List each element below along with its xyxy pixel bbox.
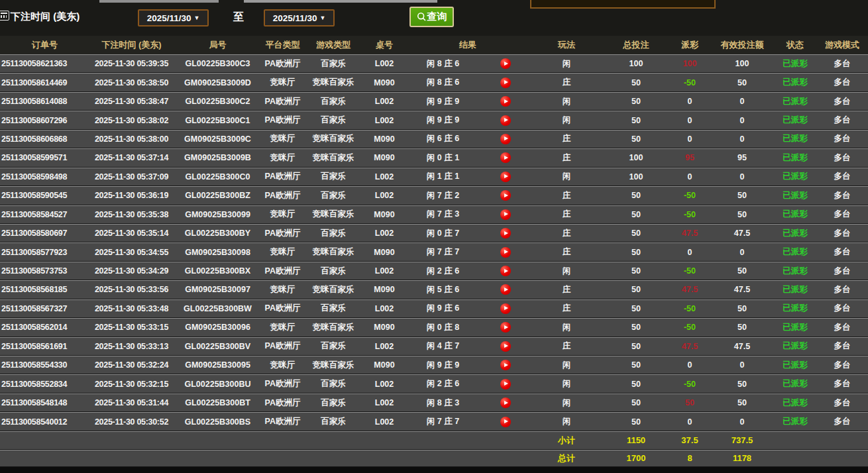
col-table: 桌号 xyxy=(363,39,406,51)
cell-play-method: 庄 xyxy=(530,152,603,164)
cell-game-mode: 多台 xyxy=(816,266,868,277)
bottom-strip xyxy=(0,467,868,473)
cell-platform: 竞咪厅 xyxy=(262,284,303,295)
cell-result: 闲 9 庄 9 xyxy=(406,96,480,107)
replay-video-button[interactable] xyxy=(500,266,511,276)
cell-play-method: 闲 xyxy=(530,416,603,427)
table-row: 251130058584527 2025-11-30 05:35:38 GM09… xyxy=(0,205,868,224)
cell-valid-bet: 0 xyxy=(710,116,774,125)
replay-video-button[interactable] xyxy=(500,134,511,144)
replay-video-button[interactable] xyxy=(500,247,511,258)
cell-result: 闲 7 庄 7 xyxy=(406,246,480,258)
cell-bet-time: 2025-11-30 05:34:55 xyxy=(89,248,174,257)
cell-total-bet: 50 xyxy=(603,380,669,389)
cell-order-number: 251130058599571 xyxy=(0,153,89,162)
cell-payout: 0 xyxy=(669,134,710,144)
cell-order-number: 251130058562014 xyxy=(0,323,89,332)
cell-play-method: 闲 xyxy=(530,96,603,107)
replay-video-button[interactable] xyxy=(500,397,511,408)
cell-game-mode: 多台 xyxy=(816,246,868,258)
cell-bet-time: 2025-11-30 05:38:02 xyxy=(89,116,174,125)
replay-video-button[interactable] xyxy=(500,209,511,220)
replay-video-button[interactable] xyxy=(500,190,511,201)
replay-video-button[interactable] xyxy=(500,96,511,107)
cell-platform: 竞咪厅 xyxy=(262,209,303,220)
date-to-select[interactable]: 2025/11/30 ▼ xyxy=(264,9,335,26)
replay-video-button[interactable] xyxy=(500,379,511,390)
cell-platform: 竞咪厅 xyxy=(262,322,303,333)
cell-total-bet: 50 xyxy=(603,78,669,87)
cell-order-number: 251130058606868 xyxy=(0,134,89,144)
col-total-bet: 总投注 xyxy=(603,39,669,51)
replay-video-button[interactable] xyxy=(500,284,511,295)
cell-play-method: 庄 xyxy=(530,77,603,88)
col-time: 下注时间 (美东) xyxy=(89,39,174,51)
replay-video-button[interactable] xyxy=(500,322,511,333)
replay-video-button[interactable] xyxy=(500,417,511,427)
cell-round-number: GM09025B30096 xyxy=(174,323,262,332)
cell-play-method: 闲 xyxy=(530,58,603,70)
col-round: 局号 xyxy=(174,39,262,51)
cell-total-bet: 50 xyxy=(603,304,669,313)
cell-play-method: 庄 xyxy=(530,246,603,258)
cell-total-bet: 50 xyxy=(603,97,669,106)
replay-video-button[interactable] xyxy=(500,172,511,182)
replay-video-button[interactable] xyxy=(500,58,511,69)
cell-status: 已派彩 xyxy=(774,303,816,314)
cell-bet-time: 2025-11-30 05:30:52 xyxy=(89,417,174,427)
cell-status: 已派彩 xyxy=(774,77,816,88)
to-label: 至 xyxy=(233,11,244,25)
cell-table-number: M090 xyxy=(363,153,406,162)
cell-order-number: 251130058614469 xyxy=(0,78,89,87)
cell-platform: PA欧洲厅 xyxy=(262,228,303,239)
col-game-type: 游戏类型 xyxy=(303,39,363,51)
replay-video-button[interactable] xyxy=(500,152,511,163)
cell-result: 闲 0 庄 7 xyxy=(406,228,480,239)
cell-platform: PA欧洲厅 xyxy=(262,190,303,201)
cell-order-number: 251130058540012 xyxy=(0,417,89,427)
search-icon xyxy=(417,12,427,22)
cell-table-number: L002 xyxy=(363,229,406,238)
replay-video-button[interactable] xyxy=(500,228,511,238)
table-row: 251130058552834 2025-11-30 05:32:15 GL00… xyxy=(0,374,868,393)
cell-result: 闲 1 庄 1 xyxy=(406,171,480,182)
replay-video-button[interactable] xyxy=(500,303,511,314)
cell-valid-bet: 0 xyxy=(710,360,774,370)
replay-video-button[interactable] xyxy=(500,360,511,370)
cell-play-method: 闲 xyxy=(530,171,603,182)
cell-status: 已派彩 xyxy=(774,378,816,390)
cell-order-number: 251130058568185 xyxy=(0,285,89,294)
query-button[interactable]: 查询 xyxy=(409,7,454,27)
cell-order-number: 251130058577923 xyxy=(0,248,89,257)
cell-game-type: 竞咪百家乐 xyxy=(303,209,363,220)
replay-video-button[interactable] xyxy=(500,78,511,88)
cell-play-method: 庄 xyxy=(530,303,603,314)
cell-game-type: 百家乐 xyxy=(303,171,363,182)
cell-play-method: 闲 xyxy=(530,115,603,126)
replay-video-button[interactable] xyxy=(500,115,511,126)
date-from-select[interactable]: 2025/11/30 ▼ xyxy=(138,9,209,26)
cell-round-number: GL00225B300C2 xyxy=(174,97,262,106)
cell-bet-time: 2025-11-30 05:33:56 xyxy=(89,285,174,294)
date-to-value: 2025/11/30 xyxy=(273,13,317,23)
cell-platform: PA欧洲厅 xyxy=(262,378,303,390)
replay-video-button[interactable] xyxy=(500,341,511,352)
cell-order-number: 251130058573753 xyxy=(0,266,89,276)
cell-payout: 47.5 xyxy=(669,342,710,351)
cell-game-mode: 多台 xyxy=(816,378,868,390)
cell-order-number: 251130058607296 xyxy=(0,116,89,125)
cell-table-number: M090 xyxy=(363,134,406,144)
cell-game-mode: 多台 xyxy=(816,322,868,333)
cell-valid-bet: 50 xyxy=(710,266,774,276)
cell-valid-bet: 50 xyxy=(710,323,774,332)
table-row: 251130058614088 2025-11-30 05:38:47 GL00… xyxy=(0,92,868,111)
cell-platform: PA欧洲厅 xyxy=(262,416,303,427)
chevron-down-icon: ▼ xyxy=(193,15,199,21)
cell-total-bet: 50 xyxy=(603,210,669,219)
cell-game-type: 百家乐 xyxy=(303,115,363,126)
cutoff-element xyxy=(99,0,219,3)
cell-total-bet: 50 xyxy=(603,191,669,200)
cell-status: 已派彩 xyxy=(774,360,816,371)
cell-status: 已派彩 xyxy=(774,341,816,352)
cell-table-number: L002 xyxy=(363,398,406,407)
